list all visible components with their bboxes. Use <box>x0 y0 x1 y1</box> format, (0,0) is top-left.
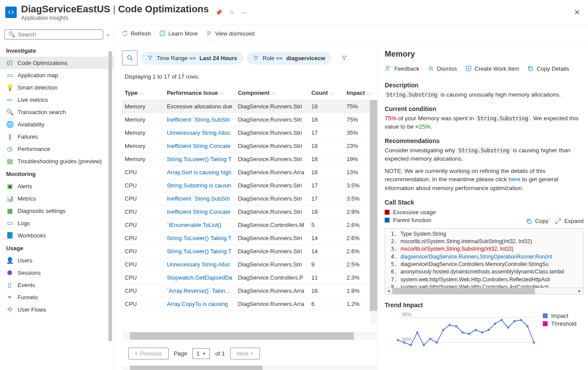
search-input[interactable] <box>18 31 99 38</box>
dismiss-button[interactable]: Dismiss <box>427 65 457 72</box>
table-h-scrollbar[interactable] <box>122 332 377 340</box>
legend-threshold: Threshold <box>543 320 584 327</box>
legend-impact: Impact <box>543 313 584 319</box>
close-icon[interactable]: ✕ <box>574 8 580 17</box>
prev-button[interactable]: < Previous <box>128 348 169 359</box>
sess-icon: ⬢ <box>6 269 13 276</box>
time-range-filter[interactable]: Time Range == Last 24 Hours <box>141 52 243 65</box>
col-impact[interactable]: Impact↑↓ <box>344 86 377 100</box>
table-row[interactable]: CPU`Array.Reverse()` Taking TDiagService… <box>122 284 377 298</box>
table-row[interactable]: CPUString.Substring is causinDiagService… <box>122 179 377 192</box>
next-button[interactable]: Next > <box>230 348 260 359</box>
add-filter[interactable] <box>335 52 354 64</box>
sidebar-item-workbooks[interactable]: 📘Workbooks <box>0 229 114 241</box>
pane-h-scrollbar[interactable] <box>122 366 377 370</box>
sidebar-item-alerts[interactable]: ▣Alerts <box>0 180 114 192</box>
table-row[interactable]: MemoryExcessive allocations dueDiagServi… <box>122 100 377 113</box>
more-icon[interactable]: ⋯ <box>242 9 247 16</box>
callstack[interactable]: 1. Type System.String 2. mscorlib.ni!Sys… <box>385 228 584 288</box>
table-row[interactable]: MemoryString.ToLower() Taking TDiagServi… <box>122 153 377 166</box>
bulb-icon: 💡 <box>6 84 13 91</box>
sidebar-item-metrics[interactable]: 📊Metrics <box>0 192 114 205</box>
table-row[interactable]: CPUUnnecessary String AllocDiagService.R… <box>122 258 377 271</box>
display-count: Displaying 1 to 17 of 17 rows. <box>125 73 377 80</box>
table-row[interactable]: MemoryInefficient `String.SubStriDiagSer… <box>122 113 377 126</box>
sidebar-item-sessions[interactable]: ⬢Sessions <box>0 266 114 279</box>
table-row[interactable]: MemoryUnnecessary String AllocDiagServic… <box>122 126 377 140</box>
table-row[interactable]: CPUArray.Sort is causing highDiagService… <box>122 166 377 179</box>
sidebar-item-label: User Flows <box>18 306 46 313</box>
callstack-scrollbar[interactable]: ◄► <box>385 288 584 295</box>
sidebar-collapse-icon[interactable]: « <box>107 32 109 37</box>
recommendations-note: NOTE: We are currently working on refini… <box>385 167 584 193</box>
table-row[interactable]: CPUString.ToLower() Taking TDiagService.… <box>122 245 377 258</box>
sidebar-item-transaction-search[interactable]: 🔍Transaction search <box>0 106 114 118</box>
sidebar-item-user-flows[interactable]: ⟲User Flows <box>0 303 114 316</box>
metrics-icon: 📊 <box>6 195 13 202</box>
sidebar-item-logs[interactable]: ▭Logs <box>0 217 114 229</box>
sidebar-item-diagnostic-settings[interactable]: ▦Diagnostic settings <box>0 205 114 217</box>
sidebar-item-live-metrics[interactable]: ⁓Live metrics <box>0 93 114 106</box>
sidebar-search[interactable]: 🔍 <box>4 29 103 40</box>
sidebar-item-availability[interactable]: 🌐Availability <box>0 118 114 130</box>
table-row[interactable]: CPUString.ToLower() Taking TDiagService.… <box>122 232 377 245</box>
svg-rect-15 <box>530 67 533 71</box>
table-row[interactable]: CPU`IEnumerable.ToList()DiagService.Cont… <box>122 219 377 232</box>
pane-divider[interactable]: 〉 <box>377 42 380 370</box>
copy-stack-button[interactable]: Copy <box>526 218 548 225</box>
page-title: DiagServiceEastUS | Code Optimizations <box>21 4 209 15</box>
sidebar-item-application-map[interactable]: ▭Application map <box>0 69 114 81</box>
page-select[interactable]: 1▼ <box>192 348 210 359</box>
events-icon: ▯ <box>6 281 13 288</box>
expand-stack-button[interactable]: Expand <box>555 218 584 225</box>
role-filter[interactable]: Role == diagservicecw <box>247 52 331 65</box>
pin-icon[interactable]: 📌 <box>215 9 222 16</box>
learn-more-button[interactable]: Learn More <box>159 30 198 37</box>
section-monitoring: Monitoring <box>0 167 114 180</box>
table-row[interactable]: MemoryInefficient String ConcateDiagServ… <box>122 140 377 153</box>
sidebar-item-troubleshooting-guides-preview-[interactable]: ▤Troubleshooting guides (preview) <box>0 155 114 167</box>
svg-text:80%: 80% <box>402 312 411 317</box>
filter-search-button[interactable] <box>122 50 137 65</box>
col-issue[interactable]: Performance Issue↑↓ <box>164 86 235 100</box>
sidebar-item-events[interactable]: ▯Events <box>0 279 114 291</box>
sidebar-item-funnels[interactable]: ⫧Funnels <box>0 291 114 303</box>
funnel-icon: ⫧ <box>6 294 13 301</box>
sidebar-item-failures[interactable]: ∥Failures <box>0 130 114 143</box>
results-pane: Time Range == Last 24 Hours Role == diag… <box>114 42 377 370</box>
sidebar-item-label: Metrics <box>18 195 36 202</box>
table-v-scrollbar[interactable] <box>370 100 377 324</box>
col-type[interactable]: Type↑↓ <box>122 86 164 100</box>
sidebar-item-users[interactable]: 👤Users <box>0 254 114 266</box>
search-icon: 🔍 <box>8 31 15 38</box>
sidebar-item-smart-detection[interactable]: 💡Smart detection <box>0 81 114 93</box>
create-work-item-button[interactable]: Create Work Item <box>465 65 519 72</box>
sidebar-item-performance[interactable]: ◷Performance <box>0 143 114 155</box>
legend-excessive: Excessive usage <box>385 209 436 216</box>
sidebar-item-code-optimizations[interactable]: ⟨/⟩Code Optimizations <box>0 57 114 69</box>
legend-parent: Parent function <box>385 217 436 223</box>
svg-point-6 <box>386 66 388 68</box>
col-component[interactable]: Component↑↓ <box>235 86 309 100</box>
svg-point-41 <box>527 325 529 327</box>
col-count[interactable]: Count↑↓ <box>309 86 344 100</box>
svg-point-34 <box>481 331 483 334</box>
star-icon[interactable]: ☆ <box>229 9 234 16</box>
table-row[interactable]: CPUStopwatch.GetElapsedDaDiagService.Con… <box>122 271 377 284</box>
table-row[interactable]: CPUArray.CopyTo is causingDiagService.Ru… <box>122 298 377 311</box>
sidebar-scrollbar[interactable] <box>107 51 113 359</box>
table-row[interactable]: CPUInefficient String ConcateDiagService… <box>122 205 377 219</box>
sidebar-item-label: Failures <box>18 133 38 140</box>
trend-heading: Trend Impact <box>385 302 584 309</box>
sidebar-item-label: Users <box>18 257 32 264</box>
sidebar-item-label: Workbooks <box>18 232 46 239</box>
table-row[interactable]: CPUInefficient `String.SubStriDiagServic… <box>122 192 377 205</box>
refresh-button[interactable]: Refresh <box>121 30 151 37</box>
view-dismissed-button[interactable]: View dismissed <box>206 30 254 37</box>
copy-details-button[interactable]: Copy Details <box>527 65 569 72</box>
svg-point-36 <box>494 323 496 325</box>
feedback-button[interactable]: Feedback <box>385 65 419 72</box>
sidebar-item-label: Alerts <box>18 183 32 190</box>
detail-pane: 〉 Memory Feedback Dismiss Create Work It… <box>377 42 588 370</box>
here-link[interactable]: here <box>509 176 520 183</box>
